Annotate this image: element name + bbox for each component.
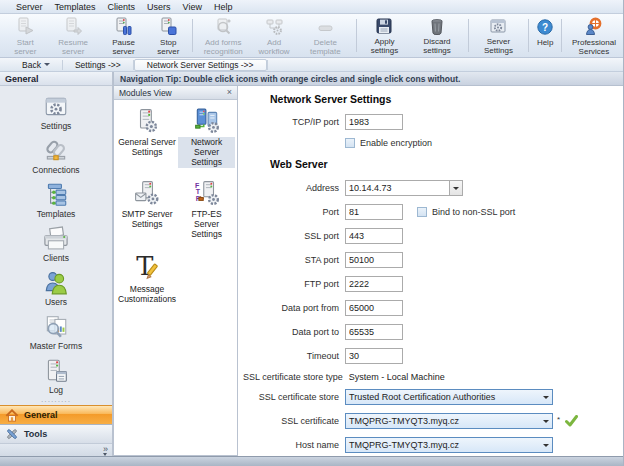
help-button[interactable]: ? Help xyxy=(532,15,558,56)
dropdown-button[interactable] xyxy=(539,438,552,452)
ftp-port-row: FTP port xyxy=(243,276,623,292)
module-network-server-settings[interactable]: Network Server Settings xyxy=(178,108,235,168)
sidebar-item-users[interactable]: Users xyxy=(8,267,104,310)
home-icon xyxy=(5,409,19,422)
ssl-port-row: SSL port xyxy=(243,228,623,244)
menu-view[interactable]: View xyxy=(177,0,208,14)
navigation-tip: Navigation Tip: Double click icons with … xyxy=(113,72,623,86)
sidebar-item-log[interactable]: Log xyxy=(8,355,104,398)
chevron-down-icon xyxy=(543,420,549,423)
bind-non-ssl-label: Bind to non-SSL port xyxy=(432,207,515,217)
discard-settings-button[interactable]: Discard settings xyxy=(409,15,465,56)
address-combobox[interactable]: 10.14.4.73 xyxy=(345,180,463,196)
overflow-chevron-button[interactable]: » xyxy=(103,445,108,456)
menu-clients[interactable]: Clients xyxy=(102,0,142,14)
data-port-to-input[interactable] xyxy=(345,324,403,340)
module-label: FTP-ES Server Settings xyxy=(178,209,235,240)
sidebar-footer-label: General xyxy=(24,410,58,420)
port-input[interactable] xyxy=(345,204,403,220)
svg-text:T: T xyxy=(136,251,153,281)
add-forms-icon xyxy=(214,17,233,36)
data-port-from-input[interactable] xyxy=(345,300,403,316)
sidebar-header: General xyxy=(0,72,112,86)
professional-services-button[interactable]: Professional Services xyxy=(565,15,623,56)
app-window: Server Templates Clients Users View Help… xyxy=(0,0,624,466)
module-smtp-server-settings[interactable]: SMTP Server Settings xyxy=(116,180,178,240)
sidebar-footer-general[interactable]: General xyxy=(0,405,112,424)
sidebar-item-clients[interactable]: Clients xyxy=(8,223,104,266)
ftp-port-input[interactable] xyxy=(345,276,403,292)
dropdown-button[interactable] xyxy=(539,414,552,428)
sidebar-footer-tools[interactable]: Tools xyxy=(0,424,112,443)
ssl-certificate-label: SSL certificate xyxy=(243,416,339,426)
back-dropdown-arrow-icon xyxy=(44,63,50,66)
sidebar-item-settings[interactable]: Settings xyxy=(8,91,104,134)
module-ftp-es-server-settings[interactable]: FTP FTP-ES Server Settings xyxy=(178,180,235,240)
toolbar-button-label: Pause server xyxy=(104,38,143,56)
timeout-input[interactable] xyxy=(345,348,403,364)
sidebar-splitter-handle[interactable]: ········· xyxy=(0,398,112,405)
address-label: Address xyxy=(243,183,339,193)
module-label: SMTP Server Settings xyxy=(116,209,178,229)
sidebar-item-master-forms[interactable]: Master Forms xyxy=(8,311,104,354)
delete-template-button: Delete template xyxy=(298,15,353,56)
data-port-from-row: Data port from xyxy=(243,300,623,316)
breadcrumb-network-server-settings[interactable]: Network Server Settings ->> xyxy=(134,59,267,71)
port-row: Port Bind to non-SSL port xyxy=(243,204,623,220)
port-label: Port xyxy=(243,207,339,217)
server-settings-button[interactable]: Server Settings xyxy=(472,15,526,56)
server-resume-icon xyxy=(64,17,83,36)
server-envelope-gear-icon xyxy=(134,180,160,206)
tcpip-port-input[interactable] xyxy=(345,114,403,130)
enable-encryption-checkbox[interactable] xyxy=(345,138,355,148)
menu-server[interactable]: Server xyxy=(10,0,49,14)
toolbar-button-label: Discard settings xyxy=(413,37,461,55)
back-button-label: Back xyxy=(22,60,41,70)
flowchart-icon xyxy=(43,181,69,208)
section-title-network-server-settings: Network Server Settings xyxy=(270,93,623,105)
sidebar-item-label: Users xyxy=(45,297,67,307)
back-button[interactable]: Back xyxy=(10,59,62,71)
breadcrumb-settings[interactable]: Settings ->> xyxy=(63,59,133,71)
ssl-certificate-combobox[interactable]: TMQPRG-TMYQT3.myq.cz xyxy=(345,413,553,429)
close-icon[interactable]: × xyxy=(227,88,232,97)
stop-server-button[interactable]: Stop server xyxy=(147,15,189,56)
cert-store-row: SSL certificate store Trusted Root Certi… xyxy=(243,389,623,405)
chevron-down-icon xyxy=(453,187,459,190)
apply-settings-button[interactable]: Apply settings xyxy=(360,15,410,56)
module-general-server-settings[interactable]: General Server Settings xyxy=(116,108,178,168)
tools-icon xyxy=(5,428,19,441)
sta-port-input[interactable] xyxy=(345,252,403,268)
host-name-row: Host name TMQPRG-TMYQT3.myq.cz xyxy=(243,437,623,453)
host-name-combobox[interactable]: TMQPRG-TMYQT3.myq.cz xyxy=(345,437,553,453)
toolbar-button-label: Delete template xyxy=(302,38,349,56)
module-message-customizations[interactable]: T Message Customizations xyxy=(116,251,178,304)
timeout-row: Timeout xyxy=(243,348,623,364)
floppy-disk-icon xyxy=(375,17,393,35)
sidebar-item-label: Clients xyxy=(43,253,69,263)
network-servers-gear-icon xyxy=(193,108,221,134)
dropdown-button[interactable] xyxy=(539,390,552,404)
menu-bar: Server Templates Clients Users View Help xyxy=(0,0,623,14)
cert-store-label: SSL certificate store xyxy=(243,392,339,402)
menu-templates[interactable]: Templates xyxy=(49,0,102,14)
toolbar-separator xyxy=(528,19,529,52)
ssl-port-input[interactable] xyxy=(345,228,403,244)
dropdown-button[interactable] xyxy=(449,181,462,195)
menu-users[interactable]: Users xyxy=(141,0,177,14)
modules-view-titlebar: Modules View × xyxy=(114,86,237,100)
section-title-web-server: Web Server xyxy=(270,158,623,170)
modules-view-title: Modules View xyxy=(119,88,172,98)
bind-non-ssl-checkbox[interactable] xyxy=(417,207,427,217)
chevron-down-icon xyxy=(543,444,549,447)
cert-store-combobox[interactable]: Trusted Root Certification Authorities xyxy=(345,389,553,405)
timeout-label: Timeout xyxy=(243,351,339,361)
sidebar-item-connections[interactable]: Connections xyxy=(8,135,104,178)
ftp-port-label: FTP port xyxy=(243,279,339,289)
menu-help[interactable]: Help xyxy=(208,0,239,14)
toolbar-button-label: Apply settings xyxy=(364,37,406,55)
data-port-to-label: Data port to xyxy=(243,327,339,337)
sidebar-item-templates[interactable]: Templates xyxy=(8,179,104,222)
pause-server-button[interactable]: Pause server xyxy=(100,15,147,56)
toolbar-separator xyxy=(561,19,562,52)
